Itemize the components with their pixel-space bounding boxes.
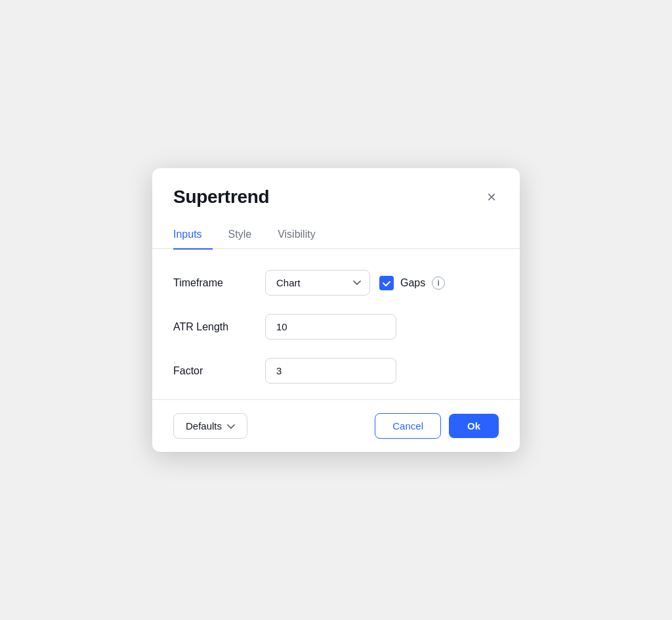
defaults-button[interactable]: Defaults bbox=[173, 413, 247, 439]
factor-label: Factor bbox=[173, 365, 265, 377]
footer-actions: Cancel Ok bbox=[375, 413, 499, 439]
tab-style[interactable]: Style bbox=[228, 223, 262, 250]
gaps-checkbox-wrapper: Gaps i bbox=[379, 276, 445, 290]
atr-length-controls bbox=[265, 314, 499, 340]
timeframe-controls: Chart 1m 5m 15m 1h 4h 1D bbox=[265, 270, 499, 296]
atr-length-label: ATR Length bbox=[173, 321, 265, 333]
timeframe-select[interactable]: Chart 1m 5m 15m 1h 4h 1D bbox=[265, 270, 370, 296]
gaps-label: Gaps bbox=[400, 277, 425, 289]
factor-input[interactable] bbox=[265, 358, 396, 384]
atr-length-row: ATR Length bbox=[173, 314, 499, 340]
timeframe-label: Timeframe bbox=[173, 277, 265, 289]
supertrend-dialog: Supertrend × Inputs Style Visibility Tim… bbox=[152, 168, 520, 453]
gaps-checkbox[interactable] bbox=[379, 276, 394, 290]
dialog-footer: Defaults Cancel Ok bbox=[152, 399, 520, 452]
atr-length-input[interactable] bbox=[265, 314, 396, 340]
ok-button[interactable]: Ok bbox=[449, 414, 499, 438]
factor-row: Factor bbox=[173, 358, 499, 384]
gaps-info-icon[interactable]: i bbox=[432, 277, 445, 290]
close-button[interactable]: × bbox=[484, 187, 499, 208]
dialog-title: Supertrend bbox=[173, 187, 269, 208]
tab-inputs[interactable]: Inputs bbox=[173, 223, 213, 250]
timeframe-row: Timeframe Chart 1m 5m 15m 1h 4h 1D bbox=[173, 270, 499, 296]
defaults-chevron-icon bbox=[227, 420, 235, 432]
dialog-body: Timeframe Chart 1m 5m 15m 1h 4h 1D bbox=[152, 249, 520, 399]
tabs-container: Inputs Style Visibility bbox=[152, 210, 520, 250]
timeframe-select-wrapper: Chart 1m 5m 15m 1h 4h 1D bbox=[265, 270, 370, 296]
defaults-label: Defaults bbox=[186, 420, 222, 432]
cancel-button[interactable]: Cancel bbox=[375, 413, 441, 439]
factor-controls bbox=[265, 358, 499, 384]
tab-visibility[interactable]: Visibility bbox=[278, 223, 326, 250]
dialog-header: Supertrend × bbox=[152, 168, 520, 208]
